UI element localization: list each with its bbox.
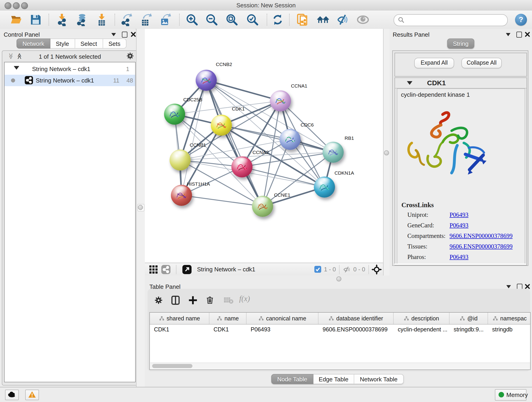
table-cell[interactable]: 9606.ENSP00000378699 xyxy=(318,325,394,335)
table-settings-gear-icon[interactable] xyxy=(154,296,163,305)
table-horizontal-scrollbar[interactable] xyxy=(150,363,531,369)
export-table-button[interactable] xyxy=(139,13,152,26)
shared-column-icon xyxy=(492,316,498,320)
column-header-database-identifier[interactable]: database identifier xyxy=(318,313,394,324)
function-builder-fx[interactable]: f(x) xyxy=(239,294,250,303)
tab-network-table[interactable]: Network Table xyxy=(355,374,404,384)
node-CCNA2[interactable] xyxy=(231,156,253,177)
gene-entry-header[interactable]: CDK1 xyxy=(395,78,526,89)
zoom-in-button[interactable] xyxy=(186,13,198,26)
table-cell[interactable]: stringdb:9... xyxy=(450,325,488,335)
collapse-all-button[interactable]: Collapse All xyxy=(462,58,502,68)
results-panel-menu-button[interactable] xyxy=(506,33,510,36)
node-shine xyxy=(215,116,228,123)
help-button[interactable]: ? xyxy=(515,14,527,26)
control-panel-float-button[interactable] xyxy=(122,32,127,38)
table-cell[interactable]: P06493 xyxy=(247,325,318,335)
show-all-button[interactable] xyxy=(356,13,369,26)
left-splitter[interactable] xyxy=(136,29,145,387)
crosslink-value-link[interactable]: 9606.ENSP00000378699 xyxy=(450,232,513,240)
crosslink-value-link[interactable]: P06493 xyxy=(450,222,469,229)
show-columns-icon[interactable] xyxy=(171,295,181,305)
export-image-button[interactable] xyxy=(159,13,172,26)
first-neighbors-button[interactable] xyxy=(317,13,329,26)
node-CDC25B[interactable] xyxy=(164,104,185,125)
table-cell[interactable]: cyclin-dependent ... xyxy=(394,325,450,335)
control-panel-menu-button[interactable] xyxy=(111,33,116,36)
search-input[interactable] xyxy=(394,14,508,26)
tab-edge-table[interactable]: Edge Table xyxy=(313,374,355,384)
network-share-icon[interactable] xyxy=(161,265,171,274)
table-scrollbar-thumb[interactable] xyxy=(152,364,192,368)
tab-node-table[interactable]: Node Table xyxy=(271,374,313,384)
import-network-database-button[interactable] xyxy=(75,13,88,26)
column-header-namespac[interactable]: namespac xyxy=(488,313,531,324)
crosslink-value-link[interactable]: 9606.ENSP00000378699 xyxy=(450,243,513,250)
birds-eye-grid-icon[interactable] xyxy=(149,265,158,274)
crosslink-value-link[interactable]: P06493 xyxy=(450,254,469,261)
node-CCNA1[interactable] xyxy=(270,90,291,111)
node-CCNB2[interactable] xyxy=(196,70,217,91)
gene-collapse-triangle-icon[interactable] xyxy=(407,81,412,85)
results-panel-close-button[interactable] xyxy=(525,32,530,37)
table-cell[interactable]: CDK1 xyxy=(209,325,247,335)
import-network-file-button[interactable] xyxy=(56,13,68,26)
expand-all-button[interactable]: Expand All xyxy=(414,58,454,68)
import-table-file-button[interactable] xyxy=(95,13,108,26)
crosslink-value-link[interactable]: P06493 xyxy=(450,211,469,219)
collection-expand-triangle-icon[interactable] xyxy=(14,66,19,70)
column-header-shared-name[interactable]: shared name xyxy=(150,313,209,324)
tab-sets[interactable]: Sets xyxy=(103,38,126,49)
table-panel-close-button[interactable] xyxy=(525,284,530,289)
cloud-status-button[interactable] xyxy=(5,390,19,400)
tab-style[interactable]: Style xyxy=(50,38,75,49)
delete-table-icon[interactable] xyxy=(224,297,234,304)
hide-selected-button[interactable] xyxy=(337,13,350,26)
gene-description: cyclin-dependent kinase 1 xyxy=(401,91,470,98)
network-collection-row[interactable]: String Network – cdk1 1 xyxy=(5,64,135,75)
column-header-name[interactable]: name xyxy=(209,313,247,324)
hidden-counts: 0 - 0 xyxy=(353,266,365,273)
table-panel-menu-button[interactable] xyxy=(506,285,511,288)
refresh-network-button[interactable] xyxy=(271,13,284,26)
warning-status-button[interactable] xyxy=(25,390,39,400)
control-panel-close-button[interactable] xyxy=(131,32,136,37)
zoom-out-button[interactable] xyxy=(205,13,218,26)
column-header-canonical-name[interactable]: canonical name xyxy=(247,313,318,324)
zoom-selected-button[interactable] xyxy=(246,13,259,26)
node-CDKN1A[interactable] xyxy=(314,177,335,198)
node-shine xyxy=(326,143,340,150)
node-HIST1H1A[interactable] xyxy=(171,185,192,206)
network-options-gear-icon[interactable] xyxy=(126,52,134,60)
table-row[interactable]: CDK1CDK1P064939606.ENSP00000378699cyclin… xyxy=(150,325,530,335)
column-header--id[interactable]: @id xyxy=(450,313,488,324)
column-header-description[interactable]: description xyxy=(394,313,450,324)
network-row-selected[interactable]: String Network – cdk1 11 48 xyxy=(5,75,135,86)
create-column-plus-icon[interactable] xyxy=(188,295,198,305)
delete-column-trash-icon[interactable] xyxy=(205,295,215,305)
memory-button[interactable]: Memory xyxy=(495,389,526,401)
tab-select[interactable]: Select xyxy=(75,38,103,49)
results-panel-float-button[interactable] xyxy=(516,32,522,38)
right-splitter-handle[interactable] xyxy=(384,150,389,155)
tab-network[interactable]: Network xyxy=(17,38,50,49)
annotations-button[interactable] xyxy=(296,13,309,26)
node-CCNE1[interactable] xyxy=(252,196,273,217)
node-CDC6[interactable] xyxy=(279,129,301,150)
export-network-button[interactable] xyxy=(120,13,133,26)
zoom-fit-button[interactable] xyxy=(225,13,238,26)
table-cell[interactable]: CDK1 xyxy=(150,325,209,335)
horizontal-splitter-handle[interactable] xyxy=(336,276,341,281)
open-in-window-icon[interactable] xyxy=(182,265,191,274)
node-CCNB1[interactable] xyxy=(170,149,191,171)
node-CDK1[interactable] xyxy=(211,115,232,136)
selected-checkbox-icon[interactable] xyxy=(314,266,321,273)
left-splitter-handle[interactable] xyxy=(138,205,143,210)
open-session-button[interactable] xyxy=(10,13,22,26)
tab-string[interactable]: String xyxy=(447,38,475,49)
fit-crosshair-icon[interactable] xyxy=(371,264,382,275)
node-RB1[interactable] xyxy=(323,142,344,163)
network-canvas[interactable]: CCNB2CCNA1CDC25BCDK1CDC6RB1CCNB1CCNA2CDK… xyxy=(145,29,383,263)
save-session-button[interactable] xyxy=(29,13,42,26)
table-cell[interactable]: stringdb xyxy=(488,325,531,335)
